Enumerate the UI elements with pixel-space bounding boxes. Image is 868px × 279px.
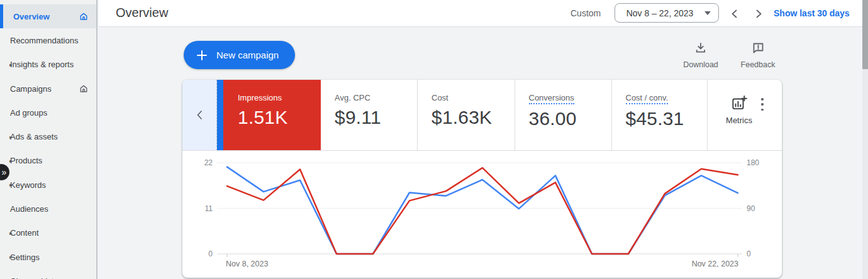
sidebar-item-label: Keywords — [10, 180, 96, 190]
metric-card-cost[interactable]: Cost $1.63K — [418, 80, 515, 150]
series-line-left — [227, 167, 738, 254]
date-range-value: Nov 8 – 22, 2023 — [615, 8, 704, 18]
sidebar-item-change-history[interactable]: ▸ Change history — [0, 269, 96, 279]
new-campaign-button[interactable]: New campaign — [184, 41, 295, 69]
metric-card-conversions[interactable]: Conversions 36.00 — [515, 80, 612, 150]
sidebar-item-ad-groups[interactable]: ▸ Ad groups — [0, 101, 96, 124]
expand-arrow-icon: ▸ — [0, 62, 10, 68]
sidebar-item-label: Campaigns — [10, 84, 52, 94]
sidebar-item-keywords[interactable]: ▸ Keywords — [0, 173, 96, 197]
x-axis-end-label: Nov 22, 2023 — [692, 260, 738, 268]
kebab-dot — [761, 109, 764, 111]
metric-card-cost-per-conv[interactable]: Cost / conv. $45.31 — [612, 80, 708, 150]
metric-card-impressions[interactable]: Impressions 1.51K — [217, 80, 321, 150]
sidebar-nav: ▸ Overview ▸ Recommendations ▸ Insights … — [0, 0, 97, 279]
add-chart-icon — [731, 95, 747, 111]
right-axis-tick-label: 180 — [747, 158, 759, 167]
kebab-dot — [761, 103, 764, 106]
page-header: Overview Custom Nov 8 – 22, 2023 Show la… — [99, 0, 868, 27]
chevron-right-icon — [754, 9, 763, 19]
left-axis-tick-label: 22 — [204, 158, 213, 167]
download-icon — [694, 41, 707, 54]
dropdown-caret-icon — [704, 11, 711, 15]
metric-value: 36.00 — [529, 108, 611, 129]
scroll-metrics-left-button[interactable] — [182, 80, 217, 150]
sidebar-item-label: Audiences — [10, 204, 96, 214]
performance-line-chart[interactable]: 01122090180Nov 8, 2023Nov 22, 2023 — [182, 151, 782, 278]
download-button[interactable]: Download — [679, 41, 723, 69]
new-campaign-label: New campaign — [216, 50, 279, 60]
sidebar-item-label: Recommendations — [10, 36, 96, 45]
sidebar-item-label: Overview — [13, 12, 50, 21]
double-chevron-icon: » — [2, 167, 7, 177]
scrollbar-thumb[interactable] — [862, 0, 868, 69]
sidebar-item-label: Insights & reports — [10, 60, 96, 69]
chevron-left-icon — [195, 109, 204, 121]
metric-value: $45.31 — [626, 108, 708, 129]
download-label: Download — [679, 60, 723, 69]
metrics-button-label: Metrics — [721, 116, 757, 125]
metric-cards-row: Impressions 1.51K Avg. CPC $9.11 Cost $1… — [182, 80, 782, 151]
sidebar-item-campaigns[interactable]: ▸ Campaigns — [0, 77, 96, 101]
home-icon — [79, 84, 89, 94]
google-ads-overview-page: ▸ Overview ▸ Recommendations ▸ Insights … — [0, 0, 868, 279]
expand-arrow-icon: ▸ — [0, 158, 10, 164]
home-icon — [79, 11, 89, 21]
overview-chart-card: Impressions 1.51K Avg. CPC $9.11 Cost $1… — [182, 80, 782, 278]
previous-date-range-button[interactable] — [728, 7, 742, 21]
sidebar-item-label: Settings — [10, 253, 96, 262]
metric-label: Cost / conv. — [626, 93, 669, 104]
date-range-selector[interactable]: Nov 8 – 22, 2023 — [615, 3, 719, 23]
vertical-scrollbar[interactable] — [862, 0, 868, 279]
sidebar-item-content[interactable]: ▸ Content — [0, 221, 96, 245]
kebab-dot — [761, 98, 764, 101]
adjust-metrics-button[interactable]: Metrics — [721, 95, 757, 125]
series-line-right — [227, 168, 738, 254]
page-title: Overview — [116, 6, 168, 20]
plus-icon — [196, 50, 208, 61]
metric-value: $1.63K — [431, 107, 515, 128]
expand-arrow-icon: ▸ — [0, 254, 10, 260]
right-axis-tick-label: 90 — [747, 204, 755, 213]
metric-label: Conversions — [529, 93, 574, 104]
sidebar-item-insights-reports[interactable]: ▸ Insights & reports — [0, 53, 96, 77]
metric-value: 1.51K — [238, 107, 321, 128]
left-axis-tick-label: 0 — [208, 249, 213, 258]
expand-arrow-icon: ▸ — [0, 182, 10, 188]
sidebar-item-label: Content — [10, 228, 96, 238]
sidebar-item-label: Products — [10, 156, 96, 165]
feedback-icon — [752, 41, 765, 54]
metrics-controls: Metrics — [708, 80, 782, 150]
feedback-label: Feedback — [736, 60, 780, 69]
sidebar-item-audiences[interactable]: ▸ Audiences — [0, 197, 96, 221]
expand-arrow-icon: ▸ — [0, 134, 10, 140]
sidebar-item-products[interactable]: ▸ Products — [0, 149, 96, 173]
sidebar-item-label: Ads & assets — [10, 132, 96, 141]
right-axis-tick-label: 0 — [747, 249, 751, 258]
metric-label: Cost — [431, 93, 448, 102]
sidebar-item-ads-assets[interactable]: ▸ Ads & assets — [0, 124, 96, 148]
sidebar-item-recommendations[interactable]: ▸ Recommendations — [0, 28, 96, 52]
metric-value: $9.11 — [335, 107, 417, 128]
expand-arrow-icon: ▸ — [0, 230, 10, 236]
sidebar-item-label: Change history — [10, 276, 96, 279]
sidebar-item-overview[interactable]: ▸ Overview — [0, 4, 96, 28]
sidebar-item-label: Ad groups — [10, 108, 96, 118]
chart-options-menu-button[interactable] — [757, 97, 767, 111]
show-last-30-days-link[interactable]: Show last 30 days — [774, 8, 850, 18]
next-date-range-button[interactable] — [752, 7, 765, 21]
metric-label: Impressions — [238, 93, 282, 102]
sidebar-item-settings[interactable]: ▸ Settings — [0, 245, 96, 269]
feedback-button[interactable]: Feedback — [736, 41, 780, 69]
metric-label: Avg. CPC — [335, 93, 370, 102]
metric-card-avg-cpc[interactable]: Avg. CPC $9.11 — [321, 80, 418, 150]
left-axis-tick-label: 11 — [205, 204, 213, 213]
date-mode-label: Custom — [570, 8, 601, 18]
chevron-left-icon — [730, 9, 739, 19]
x-axis-start-label: Nov 8, 2023 — [226, 260, 268, 268]
